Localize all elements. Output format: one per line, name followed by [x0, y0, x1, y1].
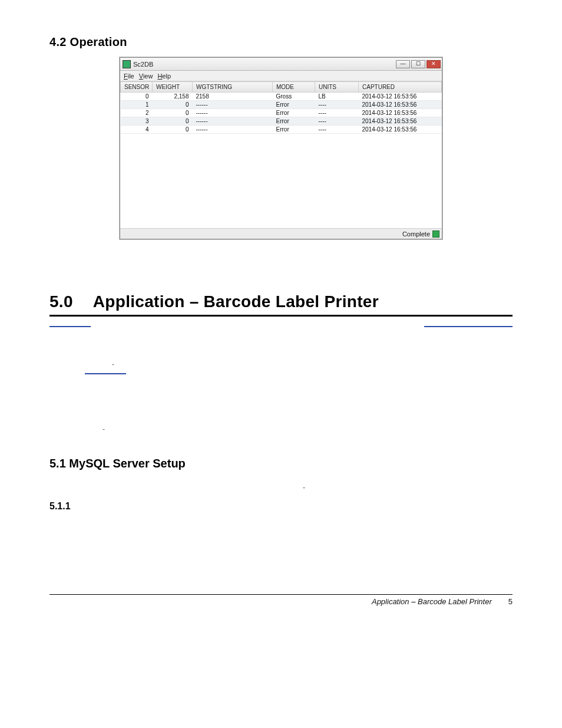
footer-text: Application – Barcode Label Printer: [372, 597, 492, 606]
menu-view[interactable]: View: [139, 73, 153, 80]
heading-5-1-1: 5.1.1: [49, 501, 513, 512]
table-row[interactable]: 4 0 ------ Error ---- 2014-03-12 16:53:5…: [121, 126, 442, 134]
page-footer: Application – Barcode Label Printer 5: [49, 597, 513, 606]
app-icon: [123, 60, 131, 68]
table-row[interactable]: 2 0 ------ Error ---- 2014-03-12 16:53:5…: [121, 109, 442, 117]
menu-file[interactable]: File: [124, 73, 134, 80]
titlebar: Sc2DB — ☐ ✕: [120, 58, 442, 71]
link-stub: [424, 326, 513, 327]
col-mode[interactable]: MODE: [273, 82, 315, 93]
col-units[interactable]: UNITS: [315, 82, 359, 93]
dash-mark: -: [303, 483, 513, 492]
sc2db-window: Sc2DB — ☐ ✕ File View Help SENSOR WEIGHT…: [120, 57, 442, 239]
heading-5-0-number: 5.0: [49, 292, 73, 311]
table-row[interactable]: 3 0 ------ Error ---- 2014-03-12 16:53:5…: [121, 117, 442, 126]
footer-rule: [49, 594, 513, 595]
window-title: Sc2DB: [133, 61, 396, 68]
close-icon[interactable]: ✕: [427, 60, 441, 68]
menubar: File View Help: [120, 71, 442, 81]
link-stub: [49, 326, 91, 327]
maximize-icon[interactable]: ☐: [411, 60, 425, 68]
table-row[interactable]: 1 0 ------ Error ---- 2014-03-12 16:53:5…: [121, 101, 442, 109]
grid-empty-area: [120, 134, 442, 228]
table-row[interactable]: 0 2,158 2158 Gross LB 2014-03-12 16:53:5…: [121, 93, 442, 101]
col-wgtstring[interactable]: WGTSTRING: [193, 82, 273, 93]
dash-mark: -: [112, 360, 513, 368]
status-text: Complete: [402, 230, 430, 238]
col-captured[interactable]: CAPTURED: [359, 82, 442, 93]
heading-rule: [49, 315, 513, 317]
data-grid[interactable]: SENSOR WEIGHT WGTSTRING MODE UNITS CAPTU…: [120, 81, 442, 228]
menu-help[interactable]: Help: [157, 73, 171, 80]
heading-5-0-title: Application – Barcode Label Printer: [93, 292, 379, 311]
status-led-icon: [432, 230, 439, 238]
col-weight[interactable]: WEIGHT: [153, 82, 193, 93]
grid-header-row: SENSOR WEIGHT WGTSTRING MODE UNITS CAPTU…: [121, 82, 442, 93]
heading-5-1: 5.1 MySQL Server Setup: [49, 457, 513, 470]
page-number: 5: [508, 597, 513, 606]
heading-4-2: 4.2 Operation: [49, 35, 513, 49]
col-sensor[interactable]: SENSOR: [121, 82, 153, 93]
dash-mark: -: [103, 425, 513, 433]
minimize-icon[interactable]: —: [396, 60, 410, 68]
heading-5-0: 5.0 Application – Barcode Label Printer: [49, 292, 513, 311]
statusbar: Complete: [120, 228, 442, 239]
